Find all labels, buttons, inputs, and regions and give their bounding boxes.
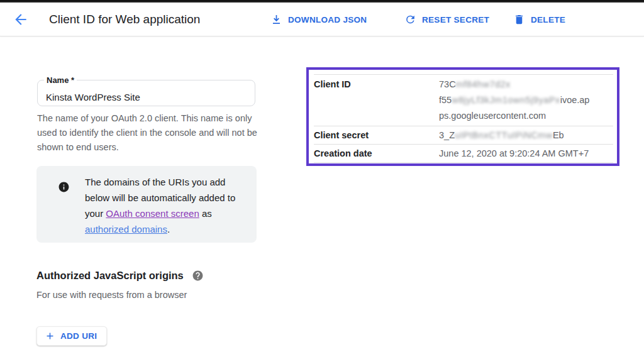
client-secret-label: Client secret <box>314 128 439 142</box>
add-uri-button[interactable]: ADD URI <box>36 326 107 346</box>
info-note-box: The domains of the URIs you add below wi… <box>36 166 257 243</box>
client-id-redacted-1: mf84hw7d2x <box>456 79 511 89</box>
info-note-text: The domains of the URIs you add below wi… <box>85 174 252 237</box>
client-secret-redacted: uIPtBnxCTTuIPiNCmw <box>455 130 553 140</box>
download-json-label: DOWNLOAD JSON <box>288 14 367 24</box>
download-icon <box>270 13 282 25</box>
reset-secret-label: RESET SECRET <box>422 14 489 24</box>
client-id-row: Client ID 73Cmf84hw7d2x f55w8jyLf3kJm1ow… <box>314 74 613 126</box>
origins-section-header: Authorized JavaScript origins <box>36 270 204 282</box>
info-text-mid: as <box>199 208 212 219</box>
creation-date-label: Creation date <box>314 146 439 160</box>
trash-icon <box>513 13 525 25</box>
client-id-redacted-2: w8jyLf3kJm1own5j9yaPx <box>452 95 560 105</box>
back-button[interactable] <box>13 11 29 28</box>
authorized-domains-link[interactable]: authorized domains <box>85 224 167 234</box>
delete-label: DELETE <box>531 14 565 24</box>
client-details-card: Client ID 73Cmf84hw7d2x f55w8jyLf3kJm1ow… <box>306 67 619 166</box>
creation-date-value: June 12, 2020 at 9:20:24 AM GMT+7 <box>439 146 613 160</box>
client-secret-value: 3_ZuIPtBnxCTTuIPiNCmwEb <box>439 128 613 142</box>
back-arrow-icon <box>13 11 29 28</box>
client-id-value: 73Cmf84hw7d2x f55w8jyLf3kJm1own5j9yaPxiv… <box>439 77 613 124</box>
header: Client ID for Web application DOWNLOAD J… <box>0 3 644 36</box>
info-icon <box>58 181 70 193</box>
page-title: Client ID for Web application <box>49 13 200 26</box>
name-field: Name * <box>37 80 255 106</box>
reset-secret-button[interactable]: RESET SECRET <box>404 13 489 25</box>
name-helper-text: The name of your OAuth 2.0 client. This … <box>37 111 260 155</box>
client-id-line-3: ps.googleusercontent.com <box>439 108 613 124</box>
info-text-end: . <box>167 224 170 234</box>
client-id-line-1: 73Cmf84hw7d2x <box>439 77 613 92</box>
download-json-button[interactable]: DOWNLOAD JSON <box>270 13 367 25</box>
client-secret-row: Client secret 3_ZuIPtBnxCTTuIPiNCmwEb <box>314 126 613 145</box>
origins-heading: Authorized JavaScript origins <box>36 270 184 282</box>
oauth-consent-screen-link[interactable]: OAuth consent screen <box>106 208 199 219</box>
client-id-page: Client ID for Web application DOWNLOAD J… <box>0 0 644 364</box>
creation-date-row: Creation date June 12, 2020 at 9:20:24 A… <box>314 145 613 163</box>
plus-icon <box>45 331 55 341</box>
add-uri-label: ADD URI <box>60 331 97 341</box>
delete-button[interactable]: DELETE <box>513 13 565 25</box>
origins-description: For use with requests from a browser <box>36 290 187 300</box>
client-id-label: Client ID <box>314 77 439 124</box>
help-icon[interactable] <box>192 270 204 282</box>
refresh-icon <box>404 13 416 25</box>
name-input[interactable] <box>38 80 255 106</box>
client-id-line-2: f55w8jyLf3kJm1own5j9yaPxivoe.ap <box>439 92 613 108</box>
